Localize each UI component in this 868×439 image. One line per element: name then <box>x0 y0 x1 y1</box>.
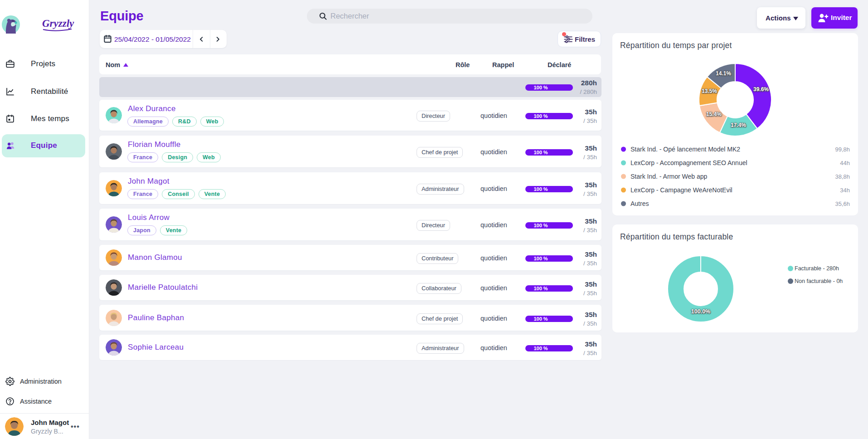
svg-text:Gryzzly: Gryzzly <box>42 18 74 29</box>
